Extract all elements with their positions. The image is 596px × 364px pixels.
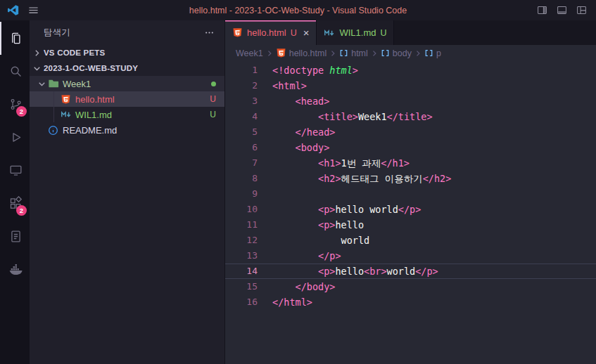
breadcrumb-separator-icon — [265, 49, 274, 58]
code-token: </h1> — [381, 157, 410, 169]
activity-run-and-debug[interactable] — [0, 121, 30, 154]
code-token — [272, 111, 318, 122]
code-token: </title> — [387, 111, 433, 122]
activity-notebook[interactable] — [0, 220, 30, 253]
tree-item-readme-md[interactable]: README.md — [30, 122, 224, 138]
code-content: <!doctype html> — [258, 63, 358, 78]
menu-icon[interactable] — [28, 5, 39, 15]
sidebar-sections: VS CODE PETS2023-1-OC-WEB-STUDYWeek1hell… — [30, 45, 224, 138]
git-status-badge: U — [210, 110, 216, 119]
file-label: hello.html — [75, 94, 115, 105]
code-token — [272, 126, 296, 138]
code-content: </head> — [258, 124, 335, 140]
more-actions-icon[interactable] — [204, 27, 215, 38]
line-number: 11 — [225, 217, 258, 233]
code-line-2[interactable]: 2<html> — [225, 78, 596, 93]
code-line-1[interactable]: 1<!doctype html> — [225, 63, 596, 78]
folder-icon — [48, 78, 61, 89]
code-content: <h1>1번 과제</h1> — [258, 155, 410, 171]
line-number: 2 — [225, 78, 258, 93]
code-content: </p> — [258, 248, 341, 264]
toggle-panel-icon[interactable] — [557, 5, 567, 15]
code-line-10[interactable]: 10 <p>hello world</p> — [225, 202, 596, 217]
code-line-6[interactable]: 6 <body> — [225, 140, 596, 155]
code-token: <h1> — [318, 157, 341, 169]
chevron-right-icon — [32, 48, 42, 58]
code-line-3[interactable]: 3 <head> — [225, 93, 596, 109]
code-line-7[interactable]: 7 <h1>1번 과제</h1> — [225, 155, 596, 171]
tree-item-hello-html[interactable]: hello.htmlU — [30, 91, 224, 107]
code-token: </p> — [415, 266, 438, 277]
activity-search[interactable] — [0, 55, 30, 88]
breadcrumb-item-html[interactable]: html — [339, 48, 368, 58]
line-number: 1 — [225, 63, 258, 78]
code-line-13[interactable]: 13 </p> — [225, 248, 596, 264]
code-line-12[interactable]: 12 world — [225, 233, 596, 248]
close-icon[interactable]: × — [303, 27, 310, 38]
html-icon — [276, 48, 286, 58]
code-token: > — [353, 65, 358, 76]
activity-docker[interactable] — [0, 253, 30, 286]
code-content: world — [258, 233, 369, 248]
activity-remote-explorer[interactable] — [0, 154, 30, 187]
code-token — [272, 235, 341, 246]
file-label: WIL1.md — [75, 110, 112, 120]
code-line-4[interactable]: 4 <title>Week1</title> — [225, 109, 596, 124]
activity-extensions[interactable]: 2 — [0, 187, 30, 220]
code-token: <head> — [296, 96, 330, 107]
tab-wil1-md[interactable]: WIL1.mdU — [317, 20, 394, 45]
code-content: </html> — [258, 294, 312, 310]
breadcrumb-item-hello-html[interactable]: hello.html — [276, 48, 327, 58]
html-icon — [61, 94, 73, 105]
code-content: <title>Week1</title> — [258, 109, 433, 124]
code-token: <body> — [296, 142, 330, 153]
vscode-window: hello.html - 2023-1-OC-Web-Study - Visua… — [0, 0, 596, 364]
breadcrumb-item-p[interactable]: p — [424, 48, 441, 58]
tab-hello-html[interactable]: hello.htmlU× — [225, 20, 317, 45]
line-number: 15 — [225, 279, 258, 294]
activity-source-control[interactable]: 2 — [0, 88, 30, 121]
docker-icon — [8, 261, 24, 278]
code-line-16[interactable]: 16</html> — [225, 294, 596, 310]
line-number: 8 — [225, 171, 258, 186]
code-line-15[interactable]: 15 </body> — [225, 279, 596, 294]
file-tree: Week1hello.htmlUWIL1.mdUREADME.md — [30, 76, 224, 138]
line-number: 10 — [225, 202, 258, 217]
tree-item-week1[interactable]: Week1 — [30, 76, 224, 91]
activity-explorer[interactable] — [0, 22, 30, 55]
code-token: <p> — [318, 219, 335, 230]
section-header-2023-1-oc-web-study[interactable]: 2023-1-OC-WEB-STUDY — [30, 60, 224, 76]
sidebar-title: 탐색기 — [44, 27, 70, 39]
code-token: </html> — [272, 297, 312, 308]
line-number: 14 — [225, 264, 258, 279]
git-status-badge: U — [210, 94, 216, 104]
breadcrumb-label: body — [393, 48, 412, 58]
git-changes-dot — [211, 82, 216, 86]
line-number: 7 — [225, 155, 258, 171]
breadcrumb-separator-icon — [414, 49, 422, 58]
layout-controls — [537, 5, 596, 15]
code-line-9[interactable]: 9 — [225, 186, 596, 202]
customize-layout-icon[interactable] — [576, 5, 587, 15]
line-number: 13 — [225, 248, 258, 264]
titlebar-left — [0, 4, 39, 16]
code-token: </p> — [398, 204, 421, 215]
breadcrumb: Week1hello.htmlhtmlbodyp — [225, 45, 596, 61]
breadcrumb-label: html — [351, 48, 368, 58]
tree-item-wil1-md[interactable]: WIL1.mdU — [30, 107, 224, 122]
breadcrumb-item-week1[interactable]: Week1 — [236, 48, 263, 58]
chevron-down-icon — [32, 63, 42, 74]
code-line-14[interactable]: 14 <p>hello<br>world</p> — [225, 264, 596, 279]
symbol-icon — [339, 48, 348, 58]
tab-bar: hello.htmlU×WIL1.mdU — [225, 20, 596, 45]
toggle-sidebar-icon[interactable] — [537, 5, 547, 15]
code-editor[interactable]: 1<!doctype html>2<html>3 <head>4 <title>… — [225, 61, 596, 364]
code-line-8[interactable]: 8 <h2>헤드태그 이용하기</h2> — [225, 171, 596, 186]
breadcrumb-item-body[interactable]: body — [381, 48, 412, 58]
code-line-11[interactable]: 11 <p>hello — [225, 217, 596, 233]
section-header-vs-code-pets[interactable]: VS CODE PETS — [30, 45, 224, 60]
code-line-5[interactable]: 5 </head> — [225, 124, 596, 140]
window-title: hello.html - 2023-1-OC-Web-Study - Visua… — [189, 6, 407, 15]
line-number: 3 — [225, 93, 258, 109]
code-token: 1번 과제 — [341, 157, 381, 169]
